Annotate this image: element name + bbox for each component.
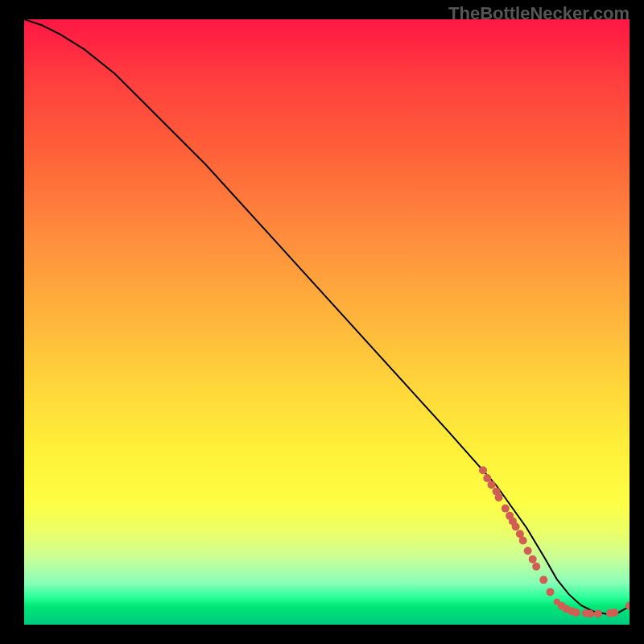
data-point — [572, 609, 580, 617]
data-point — [512, 522, 520, 530]
watermark-text: TheBottleNecker.com — [448, 3, 630, 24]
data-point — [586, 609, 594, 617]
data-point — [594, 609, 602, 617]
data-point — [532, 563, 540, 571]
curve-line — [24, 19, 630, 613]
data-point — [539, 576, 547, 584]
data-point — [502, 505, 510, 513]
data-point — [524, 547, 532, 555]
scatter-points — [479, 466, 630, 617]
data-point — [529, 555, 537, 564]
data-point — [479, 466, 487, 474]
data-point — [488, 481, 496, 489]
data-point — [495, 493, 503, 502]
plot-area — [24, 19, 630, 625]
data-point — [546, 588, 554, 596]
data-point — [483, 474, 491, 482]
chart-svg — [24, 19, 630, 625]
data-point — [519, 536, 527, 544]
data-point — [610, 609, 618, 617]
